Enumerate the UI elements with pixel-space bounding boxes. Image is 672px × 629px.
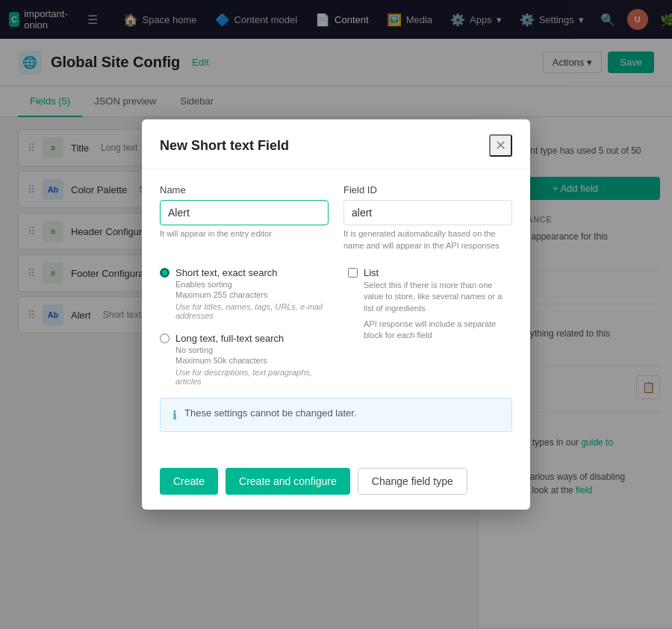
- modal-overlay: New Short text Field ✕ Name It will appe…: [0, 0, 672, 627]
- radio-long-use: Use for descriptions, text paragraphs, a…: [175, 368, 324, 386]
- radio-short-label[interactable]: Short text, exact search: [175, 267, 278, 278]
- radio-long-desc2: Maximum 50k characters: [175, 356, 324, 365]
- list-desc2: API response will include a separate blo…: [364, 319, 512, 342]
- name-col: Name It will appear in the entry editor: [160, 184, 329, 251]
- radio-short-content: Short text, exact search Enables sorting…: [175, 266, 324, 320]
- radio-short-desc1: Enables sorting: [175, 280, 324, 289]
- create-configure-button[interactable]: Create and configure: [225, 468, 350, 495]
- radio-long-content: Long text, full-text search No sorting M…: [175, 332, 324, 386]
- field-id-col: Field ID It is generated automatically b…: [343, 184, 512, 251]
- radio-option-long: Long text, full-text search No sorting M…: [160, 332, 324, 386]
- info-icon: ℹ: [172, 408, 177, 422]
- radio-short-desc2: Maximum 255 characters: [175, 290, 324, 299]
- name-label: Name: [160, 184, 329, 195]
- list-label[interactable]: List: [364, 267, 379, 278]
- list-checkbox-content: List Select this if there is more than o…: [364, 266, 512, 342]
- info-text: These settings cannot be changed later.: [184, 407, 357, 419]
- modal-header: New Short text Field ✕: [142, 119, 530, 169]
- radio-short-input[interactable]: [160, 268, 169, 278]
- name-hint: It will appear in the entry editor: [160, 228, 329, 240]
- list-checkbox-option: List Select this if there is more than o…: [348, 266, 512, 342]
- name-input[interactable]: [160, 200, 329, 225]
- list-desc1: Select this if there is more than one va…: [364, 280, 512, 314]
- radio-option-short: Short text, exact search Enables sorting…: [160, 266, 324, 320]
- change-field-type-button[interactable]: Change field type: [358, 468, 467, 495]
- options-row: Short text, exact search Enables sorting…: [160, 266, 512, 386]
- radio-long-desc1: No sorting: [175, 345, 324, 354]
- field-id-hint: It is generated automatically based on t…: [343, 228, 512, 251]
- radio-long-input[interactable]: [160, 334, 169, 343]
- radio-options: Short text, exact search Enables sorting…: [160, 266, 324, 386]
- modal-body: Name It will appear in the entry editor …: [142, 169, 530, 459]
- radio-short-use: Use for titles, names, tags, URLs, e-mai…: [175, 302, 324, 320]
- name-id-row: Name It will appear in the entry editor …: [160, 184, 512, 251]
- text-options-col: Short text, exact search Enables sorting…: [160, 266, 324, 386]
- close-button[interactable]: ✕: [489, 134, 512, 157]
- field-id-label: Field ID: [343, 184, 512, 195]
- create-button[interactable]: Create: [160, 468, 218, 495]
- modal: New Short text Field ✕ Name It will appe…: [142, 119, 530, 510]
- field-id-input[interactable]: [343, 200, 512, 225]
- modal-title: New Short text Field: [160, 138, 289, 154]
- list-checkbox-input[interactable]: [348, 268, 358, 278]
- radio-long-label[interactable]: Long text, full-text search: [175, 333, 284, 344]
- info-banner: ℹ These settings cannot be changed later…: [160, 398, 512, 432]
- checkbox-col: List Select this if there is more than o…: [348, 266, 512, 386]
- modal-footer: Create Create and configure Change field…: [142, 459, 530, 510]
